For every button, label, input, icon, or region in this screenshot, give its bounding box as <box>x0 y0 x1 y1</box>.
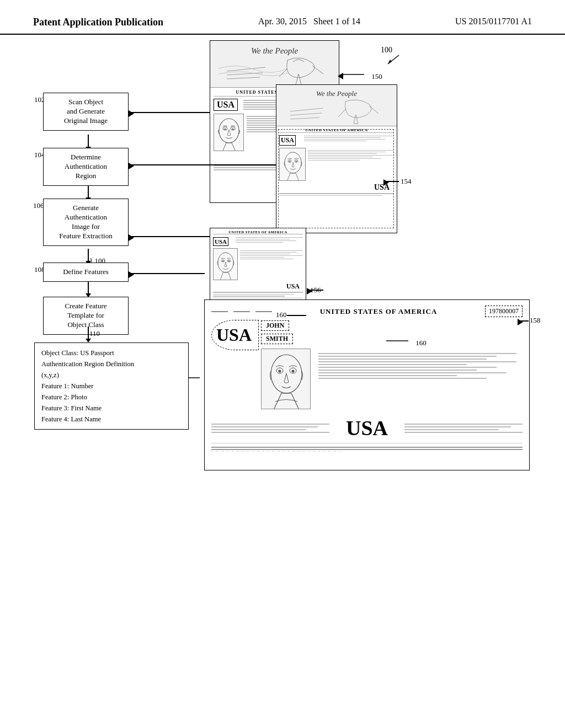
svg-marker-58 <box>129 271 134 278</box>
svg-line-23 <box>338 109 346 117</box>
passport-detail-box: UNITED STATES OF AMERICA 197800007 USA J… <box>204 299 530 470</box>
svg-rect-35 <box>214 249 238 280</box>
conn104-arrow <box>127 163 134 169</box>
connector102-arrow-svg <box>127 110 134 117</box>
connector-160a <box>287 315 306 316</box>
svg-marker-46 <box>129 234 134 241</box>
info-line2: Authentication Region Definition <box>41 358 182 370</box>
patent-title: Patent Application Publication <box>33 17 163 28</box>
last-name-box: SMITH <box>261 334 293 344</box>
ref-160a-label: 160 <box>276 311 287 319</box>
conn106-arrow <box>127 234 134 241</box>
ref-100-label: 100 <box>381 46 392 55</box>
usa-label-large: USA <box>214 99 238 111</box>
svg-line-24 <box>369 106 379 114</box>
sheet-info: Sheet 1 of 14 <box>313 17 360 26</box>
svg-line-6 <box>279 68 287 77</box>
ref-150-arrow <box>338 72 346 82</box>
ref150-line <box>342 71 370 79</box>
first-name-box: JOHN <box>261 320 289 331</box>
connector-108-arrow <box>127 270 134 280</box>
svg-line-21 <box>290 113 322 115</box>
passport3-photo <box>213 248 238 280</box>
step-104-text: DetermineAuthenticationRegion <box>65 153 107 180</box>
info-line7: Feature 4: Last Name <box>41 414 182 425</box>
ref-158-label: 158 <box>530 316 541 325</box>
info-line5: Feature 2: Photo <box>41 392 182 403</box>
svg-point-39 <box>222 260 223 261</box>
step-106-box: GenerateAuthenticationImage forFeature E… <box>43 199 129 246</box>
conn158-arrow <box>516 319 523 325</box>
brace-svg <box>189 374 205 382</box>
usa-detail-bottom: USA <box>329 416 404 440</box>
ref150-arrow-svg <box>338 73 346 79</box>
svg-rect-47 <box>262 349 311 409</box>
step-110-label: 110 <box>89 329 100 338</box>
connector-158-arrow <box>516 318 523 328</box>
main-diagram: 100 102 Scan Objectand GenerateOriginal … <box>0 40 565 691</box>
connector-102-passport <box>129 112 210 113</box>
step-102-text: Scan Objectand GenerateOriginal Image <box>64 98 108 125</box>
passport-number-box: 197800007 <box>485 306 523 317</box>
usa-large-dashed: USA <box>211 320 259 350</box>
svg-point-52 <box>292 370 295 373</box>
step-102-box: Scan Objectand GenerateOriginal Image <box>43 93 129 131</box>
connector-156-arrow <box>306 287 312 297</box>
svg-point-13 <box>232 129 234 130</box>
step-104-box: DetermineAuthenticationRegion <box>43 148 129 186</box>
passport2-deco-svg <box>276 95 397 125</box>
ref-150-label: 150 <box>342 71 382 81</box>
step-108-text: Define Features <box>63 267 109 276</box>
passport3-header: UNITED STATES OF AMERICA <box>213 230 303 234</box>
svg-line-22 <box>290 117 319 119</box>
arrow-svg <box>385 54 402 65</box>
svg-marker-1 <box>388 60 392 64</box>
conn108-arrow <box>127 271 134 278</box>
publication-date-sheet: Apr. 30, 2015 Sheet 1 of 14 <box>258 17 360 26</box>
svg-point-51 <box>279 370 281 373</box>
passport3-usa-bottom: USA <box>213 282 300 291</box>
detail-photo <box>261 349 311 409</box>
info-line3: (x,y,z) <box>41 370 182 381</box>
svg-line-5 <box>227 77 260 79</box>
arrow-108-109 <box>86 281 91 297</box>
face-sketch-detail <box>262 349 311 409</box>
svg-line-20 <box>290 108 323 111</box>
face-sketch-small <box>214 249 238 280</box>
patent-number: US 2015/0117701 A1 <box>455 17 532 26</box>
info-line4: Feature 1: Number <box>41 381 182 392</box>
ref-160b-label: 160 <box>386 337 427 347</box>
svg-line-3 <box>227 67 265 71</box>
svg-marker-56 <box>518 319 523 325</box>
step-106-label: 106 <box>33 201 44 210</box>
info-line1: Object Class: US Passport <box>41 347 182 358</box>
conn156-arrow <box>306 288 312 295</box>
connector-104-right <box>129 164 276 165</box>
face-sketch-large <box>214 114 244 151</box>
info-box: Object Class: US Passport Authentication… <box>34 342 189 430</box>
step-109-text: Create FeatureTemplate forObject Class <box>65 302 106 329</box>
connector-108-right <box>129 273 205 274</box>
passport-dashed-region: We the People UNITED STATES OF AMERICA U… <box>276 84 397 233</box>
usa-large-text: USA <box>216 325 252 345</box>
publication-date: Apr. 30, 2015 <box>258 17 307 26</box>
connector-106-right <box>129 236 210 237</box>
info-line6: Feature 3: First Name <box>41 403 182 414</box>
auth-region-dashed <box>278 129 394 228</box>
svg-point-12 <box>225 129 226 130</box>
passport-top-deco-svg <box>210 52 339 88</box>
ref-100-arrow <box>385 54 402 67</box>
ref160b-svg <box>386 337 414 345</box>
step-108-box: Define Features <box>43 263 129 282</box>
svg-marker-18 <box>338 73 343 79</box>
passport3-usa: USA <box>213 237 228 246</box>
ref-154-label: 154 <box>401 177 412 186</box>
connector-106-arrow <box>127 233 134 243</box>
step-106-text: GenerateAuthenticationImage forFeature E… <box>59 204 112 240</box>
detail-header-text: UNITED STATES OF AMERICA <box>320 307 438 316</box>
svg-marker-19 <box>129 110 134 117</box>
connector-104-arrow <box>127 162 134 172</box>
connector-102-arrow <box>127 109 134 119</box>
svg-marker-45 <box>129 163 134 169</box>
page-header: Patent Application Publication Apr. 30, … <box>0 0 565 35</box>
